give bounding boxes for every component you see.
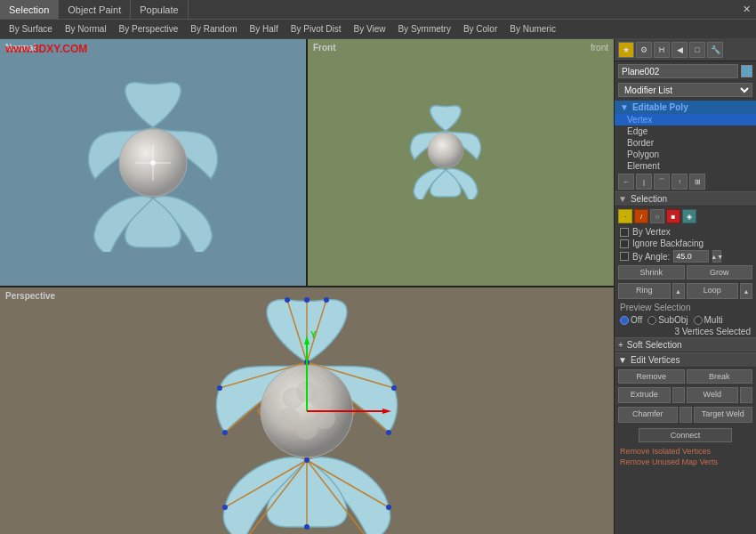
ep-label: Editable Poly — [632, 102, 688, 112]
tab-object-paint[interactable]: Object Paint — [59, 0, 131, 19]
svg-point-30 — [304, 457, 310, 463]
plane-color-swatch[interactable] — [741, 65, 752, 77]
sub-icon-2[interactable]: | — [636, 174, 652, 190]
sub-icon-row: ← | ⌒ ↑ ⊞ — [615, 172, 756, 191]
sub-icon-4[interactable]: ↑ — [672, 174, 688, 190]
plane-name-row — [615, 61, 756, 81]
hierarchy-icon[interactable]: H — [654, 42, 670, 58]
loop-button[interactable]: Loop — [687, 283, 739, 299]
ep-polygon[interactable]: Polygon — [615, 149, 756, 160]
sub-icon-3[interactable]: ⌒ — [654, 174, 670, 190]
preview-multi-radio[interactable] — [694, 316, 703, 325]
filter-by-normal[interactable]: By Normal — [60, 22, 112, 36]
chamfer-targetweld-row: Chamfer Target Weld — [615, 405, 756, 425]
by-angle-input[interactable] — [673, 250, 709, 263]
filter-bar: By Surface By Normal By Perspective By R… — [0, 20, 756, 39]
filter-by-half[interactable]: By Half — [245, 22, 284, 36]
break-button[interactable]: Break — [687, 369, 753, 384]
ring-spinner[interactable]: ▲ — [672, 283, 685, 299]
vp2-label: Front — [313, 43, 336, 53]
filter-by-numeric[interactable]: By Numeric — [504, 22, 561, 36]
remove-button[interactable]: Remove — [618, 369, 685, 384]
preview-subobj[interactable]: SubObj — [647, 315, 688, 325]
selection-icons-row: · / ○ ■ ◈ — [615, 206, 756, 226]
target-weld-button[interactable]: Target Weld — [694, 407, 753, 423]
sel-polygon-icon[interactable]: ■ — [666, 209, 680, 223]
by-angle-spin[interactable]: ▲▼ — [712, 250, 721, 263]
filter-by-perspective[interactable]: By Perspective — [114, 22, 184, 36]
by-vertex-checkbox[interactable] — [620, 228, 629, 237]
remove-isolated-label[interactable]: Remove Isolated Vertices — [615, 446, 756, 457]
grow-button[interactable]: Grow — [687, 265, 753, 279]
ring-button[interactable]: Ring — [618, 283, 671, 299]
modifier-list-select[interactable]: Modifier List — [618, 83, 752, 97]
modify-icon[interactable]: ⚙ — [636, 42, 652, 58]
filter-by-pivot-dist[interactable]: By Pivot Dist — [286, 22, 347, 36]
extrude-button[interactable]: Extrude — [618, 387, 671, 403]
sub-icon-1[interactable]: ← — [618, 174, 634, 190]
viewport-front[interactable]: Front front — [308, 39, 614, 286]
chamfer-button[interactable]: Chamfer — [618, 407, 678, 423]
watermark: www.3DXY.COM — [5, 43, 87, 55]
preview-subobj-label: SubObj — [658, 315, 688, 325]
viewport-normal[interactable]: Normal www.3DXY.COM — [0, 39, 308, 286]
preview-off-radio[interactable] — [620, 316, 629, 325]
sel-element-icon[interactable]: ◈ — [682, 209, 696, 223]
ep-element[interactable]: Element — [615, 160, 756, 172]
chamfer-options[interactable] — [680, 407, 692, 423]
sel-border-icon[interactable]: ○ — [650, 209, 664, 223]
by-angle-checkbox[interactable] — [620, 252, 629, 261]
main-area: Normal www.3DXY.COM — [0, 39, 756, 534]
connect-button[interactable]: Connect — [639, 428, 733, 442]
edit-vertices-header[interactable]: ▼ Edit Vertices — [615, 352, 756, 368]
preview-subobj-radio[interactable] — [647, 316, 656, 325]
close-icon[interactable]: ✕ — [737, 1, 756, 18]
by-angle-row: By Angle: ▲▼ — [615, 249, 756, 263]
sel-vertex-icon[interactable]: · — [618, 209, 632, 223]
svg-point-20 — [278, 408, 300, 429]
weld-button[interactable]: Weld — [687, 387, 739, 403]
ep-border[interactable]: Border — [615, 137, 756, 149]
filter-by-surface[interactable]: By Surface — [4, 22, 58, 36]
soft-label: Soft Selection — [627, 340, 682, 350]
ignore-backfacing-row: Ignore Backfacing — [615, 238, 756, 249]
preview-multi[interactable]: Multi — [694, 315, 723, 325]
sub-icon-5[interactable]: ⊞ — [689, 174, 705, 190]
filter-by-symmetry[interactable]: By Symmetry — [392, 22, 455, 36]
selection-collapse-icon: ▼ — [618, 194, 627, 204]
tab-populate[interactable]: Populate — [131, 0, 188, 19]
filter-by-color[interactable]: By Color — [458, 22, 503, 36]
svg-point-37 — [222, 430, 228, 435]
ring-loop-row: Ring ▲ Loop ▲ — [615, 281, 756, 301]
preview-off[interactable]: Off — [620, 315, 642, 325]
filter-by-view[interactable]: By View — [348, 22, 390, 36]
svg-point-27 — [285, 297, 290, 303]
filter-by-random[interactable]: By Random — [185, 22, 242, 36]
ep-expand-icon[interactable]: ▼ — [620, 102, 629, 112]
tab-selection[interactable]: Selection — [0, 0, 59, 19]
create-icon[interactable]: ★ — [618, 42, 634, 58]
utility-icon[interactable]: 🔧 — [707, 42, 723, 58]
flower-svg-front — [392, 101, 499, 199]
svg-point-3 — [150, 160, 156, 166]
viewport-perspective[interactable]: Perspective — [0, 287, 614, 534]
soft-selection-header[interactable]: + Soft Selection — [615, 337, 756, 352]
preview-multi-label: Multi — [704, 315, 723, 325]
sel-edge-icon[interactable]: / — [634, 209, 648, 223]
editable-poly-header: ▼ Editable Poly — [615, 101, 756, 114]
selection-section-header[interactable]: ▼ Selection — [615, 191, 756, 206]
motion-icon[interactable]: ◀ — [672, 42, 688, 58]
loop-spinner[interactable]: ▲ — [740, 283, 752, 299]
shrink-button[interactable]: Shrink — [618, 265, 685, 279]
svg-point-35 — [222, 505, 228, 510]
extrude-weld-row: Extrude Weld — [615, 385, 756, 405]
plane-name-input[interactable] — [618, 64, 738, 78]
weld-options[interactable] — [740, 387, 752, 403]
remove-unused-label[interactable]: Remove Unused Map Verts — [615, 457, 756, 467]
ep-edge[interactable]: Edge — [615, 125, 756, 137]
display-icon[interactable]: □ — [689, 42, 705, 58]
ep-vertex[interactable]: Vertex — [615, 114, 756, 125]
extrude-options[interactable] — [672, 387, 685, 403]
by-vertex-label: By Vertex — [632, 227, 671, 237]
ignore-backfacing-checkbox[interactable] — [620, 239, 629, 248]
